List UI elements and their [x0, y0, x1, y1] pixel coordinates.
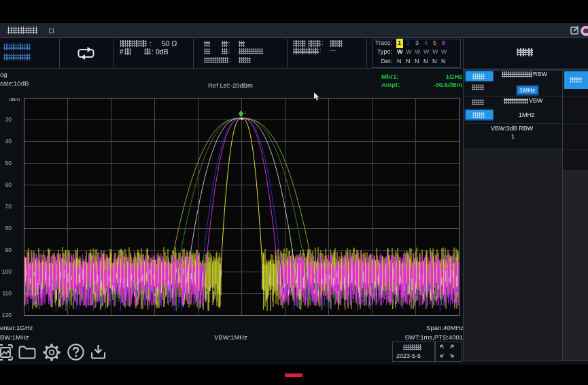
- svg-text:1: 1: [244, 110, 247, 115]
